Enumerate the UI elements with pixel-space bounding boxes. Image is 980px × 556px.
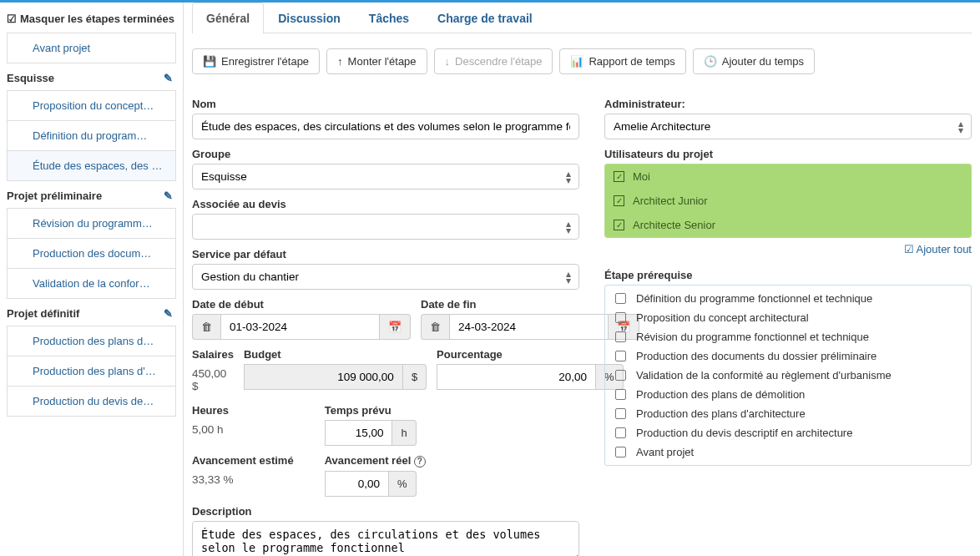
calendar-icon[interactable]: 📅 — [380, 314, 411, 340]
tabs: Général Discussion Tâches Charge de trav… — [192, 3, 972, 33]
end-date-input[interactable] — [449, 314, 609, 340]
checkbox-checked-icon: ✓ — [614, 220, 624, 230]
planned-input[interactable] — [325, 420, 393, 446]
quote-label: Associée au devis — [192, 198, 579, 210]
planned-label: Temps prévu — [325, 404, 447, 417]
sidebar-item[interactable]: Production du devis de… — [7, 386, 176, 417]
budget-input — [244, 364, 403, 390]
trash-icon[interactable]: 🗑 — [421, 314, 449, 340]
real-progress-input[interactable] — [325, 471, 389, 497]
checkbox-checked-icon: ✓ — [614, 195, 624, 206]
sidebar-item[interactable]: Proposition du concept… — [7, 90, 176, 121]
tab-taches[interactable]: Tâches — [355, 3, 423, 33]
hours-label: Heures — [192, 404, 315, 417]
group-label: Groupe — [192, 148, 579, 160]
time-report-button[interactable]: 📊 Rapport de temps — [559, 48, 685, 74]
checkbox-icon — [615, 447, 626, 457]
checkbox-checked-icon: ✓ — [614, 171, 624, 182]
start-date-label: Date de début — [192, 298, 411, 311]
sidebar-item-selected[interactable]: Étude des espaces, des ci… — [7, 150, 176, 181]
admin-select[interactable] — [604, 114, 972, 139]
users-label: Utilisateurs du projet — [604, 148, 972, 160]
checkbox-icon — [615, 408, 626, 419]
checkbox-icon — [615, 331, 626, 342]
prereq-label: Étape prérequise — [604, 269, 972, 281]
service-label: Service par défaut — [192, 248, 579, 260]
user-row[interactable]: ✓ Moi — [605, 164, 971, 189]
checkbox-icon: ☑ — [7, 13, 17, 25]
prereq-row[interactable]: Proposition du concept architectural — [605, 308, 971, 327]
user-row[interactable]: ✓ Architect Junior — [605, 189, 971, 213]
add-all-link[interactable]: ☑ Ajouter tout — [604, 238, 972, 260]
save-button[interactable]: 💾 Enregistrer l'étape — [192, 48, 320, 74]
pct-input[interactable] — [437, 364, 596, 390]
sidebar-item[interactable]: Révision du programm… — [7, 208, 176, 239]
checkbox-icon — [615, 293, 626, 304]
tab-charge[interactable]: Charge de travail — [423, 3, 547, 33]
real-unit: % — [389, 471, 417, 497]
tab-general[interactable]: Général — [192, 3, 264, 33]
name-input[interactable] — [192, 114, 579, 139]
budget-label: Budget — [244, 348, 427, 361]
checkbox-icon — [615, 389, 626, 400]
salary-value: 450,00 $ — [192, 364, 234, 396]
sidebar-item-avant-projet[interactable]: Avant projet — [7, 33, 176, 63]
prereq-list: Définition du programme fonctionnel et t… — [604, 285, 972, 466]
prereq-row[interactable]: Validation de la conformité au règlement… — [605, 366, 971, 385]
hide-completed-label: Masquer les étapes terminées — [20, 13, 174, 25]
planned-unit: h — [392, 420, 416, 446]
trash-icon[interactable]: 🗑 — [192, 314, 220, 340]
prereq-row[interactable]: Révision du programme fonctionnel et tec… — [605, 327, 971, 346]
move-up-button[interactable]: ↑ Monter l'étape — [326, 48, 427, 74]
save-icon: 💾 — [203, 55, 216, 68]
edit-icon[interactable]: ✎ — [164, 307, 173, 320]
service-select[interactable] — [192, 264, 579, 290]
sidebar-item[interactable]: Définition du program… — [7, 120, 176, 151]
pct-label: Pourcentage — [437, 348, 624, 361]
est-progress-value: 33,33 % — [192, 470, 315, 489]
sidebar-item[interactable]: Production des plans d… — [7, 326, 176, 356]
sidebar-group-preliminaire: Projet préliminaire ✎ — [7, 181, 176, 209]
sidebar-item[interactable]: Validation de la confor… — [7, 268, 176, 299]
est-progress-label: Avancement estimé — [192, 454, 315, 467]
quote-select[interactable] — [192, 214, 579, 240]
prereq-row[interactable]: Définition du programme fonctionnel et t… — [605, 289, 971, 308]
user-row[interactable]: ✓ Architecte Senior — [605, 213, 971, 237]
prereq-row[interactable]: Production des documents du dossier prél… — [605, 346, 971, 366]
budget-unit: $ — [403, 364, 427, 390]
hide-completed-toggle[interactable]: ☑ Masquer les étapes terminées — [7, 8, 176, 33]
prereq-row[interactable]: Production des plans de démolition — [605, 385, 971, 404]
checkbox-icon — [615, 351, 626, 361]
sidebar-item[interactable]: Production des plans d'… — [7, 356, 176, 387]
checkbox-icon — [615, 427, 626, 438]
checkbox-icon — [615, 312, 626, 323]
checkbox-icon: ☑ — [904, 243, 914, 255]
user-list: ✓ Moi ✓ Architect Junior ✓ Architecte Se… — [604, 164, 972, 238]
desc-input[interactable] — [192, 521, 579, 556]
add-time-button[interactable]: 🕒 Ajouter du temps — [693, 48, 815, 74]
arrow-up-icon: ↑ — [337, 55, 343, 68]
group-select[interactable] — [192, 164, 579, 190]
real-progress-label: Avancement réel ? — [325, 454, 447, 468]
hours-value: 5,00 h — [192, 420, 315, 439]
salary-label: Salaires — [192, 348, 234, 361]
admin-label: Administrateur: — [604, 98, 972, 110]
start-date-input[interactable] — [220, 314, 380, 340]
move-down-button: ↓ Descendre l'étape — [434, 48, 553, 74]
desc-label: Description — [192, 505, 579, 518]
sidebar-group-esquisse: Esquisse ✎ — [7, 63, 176, 91]
clock-icon: 🕒 — [704, 55, 717, 68]
sidebar-item[interactable]: Production des docum… — [7, 238, 176, 269]
prereq-row[interactable]: Avant projet — [605, 442, 971, 462]
name-label: Nom — [192, 98, 579, 110]
chart-icon: 📊 — [570, 55, 583, 68]
prereq-row[interactable]: Production du devis descriptif en archit… — [605, 423, 971, 442]
tab-discussion[interactable]: Discussion — [264, 3, 355, 33]
edit-icon[interactable]: ✎ — [164, 190, 173, 202]
sidebar-group-definitif: Projet définitif ✎ — [7, 299, 176, 326]
prereq-row[interactable]: Production des plans d'architecture — [605, 404, 971, 423]
help-icon[interactable]: ? — [414, 456, 426, 468]
arrow-down-icon: ↓ — [445, 55, 451, 68]
checkbox-icon — [615, 370, 626, 381]
edit-icon[interactable]: ✎ — [164, 72, 173, 84]
